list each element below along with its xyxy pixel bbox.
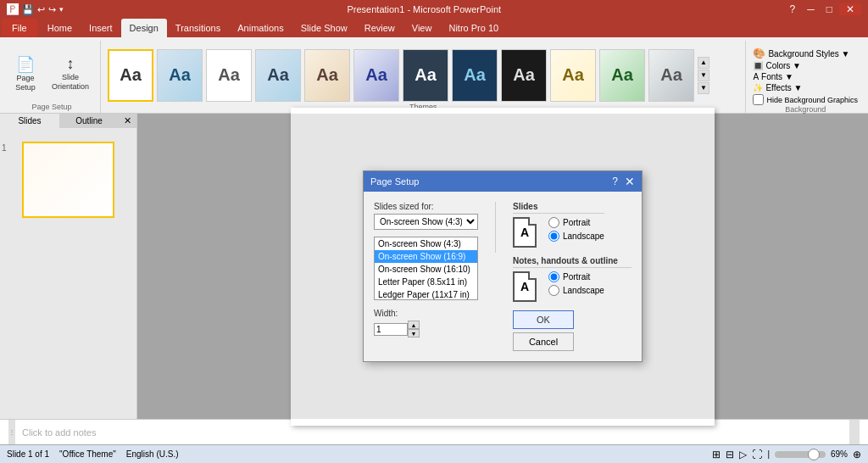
slides-landscape-label: Landscape	[563, 232, 604, 241]
notes-landscape-label: Landscape	[563, 286, 604, 295]
theme-item-5[interactable]: Aa	[304, 49, 350, 102]
theme-item-10[interactable]: Aa	[550, 49, 596, 102]
portrait-icon-notes: A	[513, 271, 537, 302]
notes-radio-group: Portrait Landscape	[548, 271, 604, 298]
slides-orient-content: A Portrait Landscape	[513, 217, 604, 248]
colors-btn[interactable]: Colors ▼	[765, 61, 801, 70]
bg-styles-row: 🎨 Background Styles ▼	[753, 47, 858, 59]
hide-bg-checkbox[interactable]	[753, 94, 764, 105]
cancel-button[interactable]: Cancel	[513, 332, 574, 351]
notes-placeholder[interactable]: Click to add notes	[15, 427, 96, 438]
width-spinner: ▲ ▼	[408, 321, 420, 337]
background-styles-btn[interactable]: Background Styles ▼	[768, 49, 849, 59]
bg-checkbox-area: 🎨 Background Styles ▼ 🔳 Colors ▼ A Fonts…	[753, 47, 858, 105]
dialog-overlay: Page Setup ? ✕ Slides sized for: On-scre…	[137, 114, 868, 419]
dialog-left-panel: Slides sized for: On-screen Show (4:3) O…	[374, 202, 478, 351]
undo-qa-btn[interactable]: ↩	[37, 4, 45, 15]
view-reading-btn[interactable]: ▷	[739, 449, 747, 460]
slide-thumbnail-container: 1	[0, 128, 136, 232]
theme-item-12[interactable]: Aa	[648, 49, 694, 102]
fonts-row: A Fonts ▼	[753, 72, 858, 81]
colors-icon: 🔳	[753, 61, 763, 70]
tab-transitions[interactable]: Transitions	[167, 19, 229, 37]
tab-file[interactable]: File	[2, 19, 37, 37]
theme-scroll-down[interactable]: ▼	[698, 82, 709, 94]
slide-thumbnail-1[interactable]	[22, 142, 114, 218]
tab-slide-show[interactable]: Slide Show	[292, 19, 356, 37]
theme-item-1[interactable]: Aa	[108, 49, 153, 102]
background-group: 🎨 Background Styles ▼ 🔳 Colors ▼ A Fonts…	[746, 41, 865, 113]
listbox-item-4-3[interactable]: On-screen Show (4:3)	[375, 237, 477, 250]
redo-qa-btn[interactable]: ↪	[48, 4, 56, 15]
ribbon-group-page-setup: 📄 PageSetup ↕ SlideOrientation Page Setu…	[3, 41, 101, 113]
page-setup-icon: 📄	[16, 55, 35, 74]
slides-sized-for-select[interactable]: On-screen Show (4:3)	[374, 214, 478, 230]
maximize-btn[interactable]: □	[821, 3, 837, 15]
zoom-slider[interactable]	[775, 451, 826, 458]
slides-portrait-radio[interactable]	[548, 217, 559, 228]
width-spin-up[interactable]: ▲	[408, 321, 420, 329]
notes-portrait-radio[interactable]	[548, 271, 559, 282]
tab-home[interactable]: Home	[39, 19, 81, 37]
theme-item-9[interactable]: Aa	[501, 49, 547, 102]
view-sorter-btn[interactable]: ⊟	[726, 449, 734, 460]
help-btn[interactable]: ?	[785, 3, 801, 15]
page-setup-button[interactable]: 📄 PageSetup	[8, 51, 42, 97]
slides-landscape-radio[interactable]	[548, 231, 559, 242]
status-bar: Slide 1 of 1 "Office Theme" English (U.S…	[0, 444, 868, 463]
tab-design[interactable]: Design	[121, 19, 167, 37]
tab-nitro[interactable]: Nitro Pro 10	[440, 19, 507, 37]
dialog-help-icon[interactable]: ?	[612, 175, 618, 188]
view-normal-btn[interactable]: ⊞	[712, 449, 721, 460]
width-spin-down[interactable]: ▼	[408, 329, 420, 337]
fonts-btn[interactable]: Fonts ▼	[761, 72, 793, 81]
notes-resize-handle[interactable]: ⋮	[8, 420, 15, 444]
listbox-item-letter[interactable]: Letter Paper (8.5x11 in)	[375, 276, 477, 288]
close-btn[interactable]: ✕	[839, 3, 861, 15]
theme-item-6[interactable]: Aa	[353, 49, 399, 102]
theme-item-3[interactable]: Aa	[206, 49, 252, 102]
page-setup-group-label: Page Setup	[31, 103, 71, 113]
tab-insert[interactable]: Insert	[81, 19, 121, 37]
sidebar-close-btn[interactable]: ✕	[119, 114, 136, 128]
size-options-listbox[interactable]: On-screen Show (4:3) On-screen Show (16:…	[374, 237, 478, 300]
thumb-content	[24, 143, 113, 216]
width-input[interactable]	[374, 323, 408, 336]
theme-item-2[interactable]: Aa	[157, 49, 203, 102]
sidebar-tab-slides[interactable]: Slides	[0, 114, 59, 128]
slides-landscape-row: Landscape	[548, 231, 604, 242]
dialog-content: Slides sized for: On-screen Show (4:3) O…	[364, 192, 642, 361]
tab-review[interactable]: Review	[356, 19, 403, 37]
zoom-fit-btn[interactable]: ⊕	[853, 449, 861, 460]
save-qa-btn[interactable]: 💾	[22, 4, 34, 15]
theme-scroll-mid[interactable]: ▼	[698, 70, 709, 81]
view-slideshow-btn[interactable]: ⛶	[752, 449, 762, 460]
theme-item-7[interactable]: Aa	[403, 49, 448, 102]
tab-animations[interactable]: Animations	[229, 19, 292, 37]
sidebar: Slides Outline ✕ 1	[0, 114, 137, 419]
notes-scrollbar[interactable]	[849, 420, 860, 444]
width-input-row: ▲ ▼	[374, 321, 420, 337]
theme-item-8[interactable]: Aa	[452, 49, 498, 102]
slide-orientation-button[interactable]: ↕ SlideOrientation	[46, 51, 95, 96]
theme-item-4[interactable]: Aa	[255, 49, 301, 102]
theme-scroll-up[interactable]: ▲	[698, 57, 709, 69]
dialog-close-icon[interactable]: ✕	[625, 175, 635, 188]
themes-group: Aa Aa Aa Aa Aa Aa Aa Aa Aa Aa Aa Aa ▲ ▼ …	[101, 41, 746, 113]
listbox-item-16-9[interactable]: On-screen Show (16:9)	[375, 250, 477, 263]
slide-1-container: 1	[15, 142, 121, 218]
minimize-btn[interactable]: ─	[802, 3, 820, 15]
effects-icon: ✨	[753, 83, 763, 92]
ok-button[interactable]: OK	[513, 310, 574, 329]
notes-landscape-radio[interactable]	[548, 285, 559, 296]
slides-sized-for-label: Slides sized for:	[374, 202, 478, 211]
theme-item-11[interactable]: Aa	[599, 49, 645, 102]
width-label: Width:	[374, 309, 420, 318]
sidebar-tab-outline[interactable]: Outline	[59, 114, 119, 128]
tab-view[interactable]: View	[403, 19, 441, 37]
hide-bg-label: Hide Background Graphics	[766, 96, 858, 104]
listbox-item-16-10[interactable]: On-screen Show (16:10)	[375, 263, 477, 276]
listbox-item-ledger[interactable]: Ledger Paper (11x17 in)	[375, 288, 477, 300]
effects-btn[interactable]: Effects ▼	[765, 83, 802, 92]
themes-row: Aa Aa Aa Aa Aa Aa Aa Aa Aa Aa Aa Aa ▲ ▼ …	[108, 44, 738, 103]
